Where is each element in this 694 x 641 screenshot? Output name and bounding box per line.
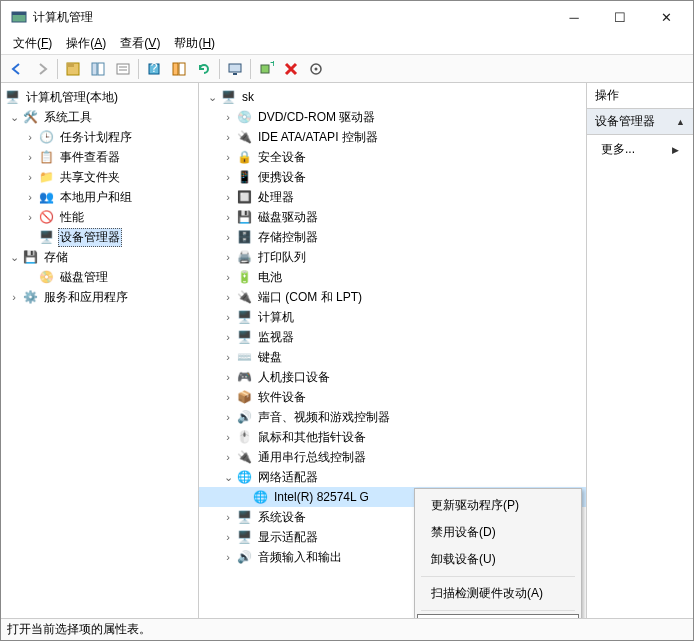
- tree-root[interactable]: 计算机管理(本地): [24, 88, 120, 107]
- ctx-properties[interactable]: 属性: [417, 614, 579, 618]
- monitor-icon[interactable]: [223, 57, 247, 81]
- expand-icon[interactable]: ›: [221, 391, 235, 403]
- expand-icon[interactable]: ›: [221, 211, 235, 223]
- collapse-icon[interactable]: ⌄: [221, 471, 235, 484]
- expand-icon[interactable]: ›: [221, 431, 235, 443]
- tree-users[interactable]: 本地用户和组: [58, 188, 134, 207]
- expand-icon[interactable]: ›: [7, 291, 21, 303]
- context-menu: 更新驱动程序(P) 禁用设备(D) 卸载设备(U) 扫描检测硬件改动(A) 属性: [414, 488, 582, 618]
- expand-icon[interactable]: ›: [221, 151, 235, 163]
- menu-action[interactable]: 操作(A): [60, 33, 112, 54]
- dev-dvd[interactable]: DVD/CD-ROM 驱动器: [256, 108, 377, 127]
- tree-perf[interactable]: 性能: [58, 208, 86, 227]
- expand-icon[interactable]: ›: [23, 151, 37, 163]
- expand-icon[interactable]: ›: [221, 231, 235, 243]
- dev-monitor[interactable]: 监视器: [256, 328, 296, 347]
- expand-icon[interactable]: ›: [221, 111, 235, 123]
- expand-icon[interactable]: ›: [221, 531, 235, 543]
- menu-view[interactable]: 查看(V): [114, 33, 166, 54]
- help-button[interactable]: ?: [142, 57, 166, 81]
- expand-icon[interactable]: ›: [221, 371, 235, 383]
- tree-services[interactable]: 服务和应用程序: [42, 288, 130, 307]
- expand-icon[interactable]: ›: [221, 311, 235, 323]
- tree-event[interactable]: 事件查看器: [58, 148, 122, 167]
- expand-icon[interactable]: ›: [221, 511, 235, 523]
- up-button[interactable]: [61, 57, 85, 81]
- close-button[interactable]: ✕: [643, 2, 689, 32]
- expand-icon[interactable]: ›: [221, 291, 235, 303]
- dev-nic[interactable]: Intel(R) 82574L G: [272, 489, 371, 505]
- dev-computer[interactable]: 计算机: [256, 308, 296, 327]
- back-button[interactable]: [5, 57, 29, 81]
- expand-icon[interactable]: ›: [221, 551, 235, 563]
- expand-icon[interactable]: ›: [23, 191, 37, 203]
- actions-subheader[interactable]: 设备管理器▲: [587, 109, 693, 135]
- dev-audioio[interactable]: 音频输入和输出: [256, 548, 344, 567]
- dev-hid[interactable]: 人机接口设备: [256, 368, 332, 387]
- expand-icon[interactable]: ›: [221, 271, 235, 283]
- minimize-button[interactable]: ─: [551, 2, 597, 32]
- ctx-uninstall-device[interactable]: 卸载设备(U): [417, 546, 579, 573]
- forward-button[interactable]: [30, 57, 54, 81]
- maximize-button[interactable]: ☐: [597, 2, 643, 32]
- expand-icon[interactable]: ›: [221, 331, 235, 343]
- expand-icon[interactable]: ›: [221, 191, 235, 203]
- tree-devmgr[interactable]: 设备管理器: [58, 228, 122, 247]
- dev-security[interactable]: 安全设备: [256, 148, 308, 167]
- dev-mouse[interactable]: 鼠标和其他指针设备: [256, 428, 368, 447]
- scan-button[interactable]: [304, 57, 328, 81]
- tree-shared[interactable]: 共享文件夹: [58, 168, 122, 187]
- refresh-button[interactable]: [192, 57, 216, 81]
- properties-button[interactable]: [111, 57, 135, 81]
- expand-icon[interactable]: ›: [221, 451, 235, 463]
- menu-file[interactable]: 文件(F): [7, 33, 58, 54]
- expand-icon[interactable]: ⌄: [7, 111, 21, 124]
- collapse-icon[interactable]: ▲: [676, 117, 685, 127]
- add-hardware-button[interactable]: +: [254, 57, 278, 81]
- printer-icon: 🖨️: [236, 249, 252, 265]
- dev-keyboard[interactable]: 键盘: [256, 348, 284, 367]
- ctx-disable-device[interactable]: 禁用设备(D): [417, 519, 579, 546]
- dev-network[interactable]: 网络适配器: [256, 468, 320, 487]
- actions-more[interactable]: 更多...▶: [587, 135, 693, 164]
- left-tree[interactable]: 🖥️计算机管理(本地) ⌄🛠️系统工具 ›🕒任务计划程序 ›📋事件查看器 ›📁共…: [1, 83, 199, 618]
- expand-icon[interactable]: ›: [221, 251, 235, 263]
- toolbar: ? +: [1, 55, 693, 83]
- dev-root[interactable]: sk: [240, 89, 256, 105]
- dev-portable[interactable]: 便携设备: [256, 168, 308, 187]
- ctx-update-driver[interactable]: 更新驱动程序(P): [417, 492, 579, 519]
- dev-storagectl[interactable]: 存储控制器: [256, 228, 320, 247]
- device-tree[interactable]: ⌄🖥️sk ›💿DVD/CD-ROM 驱动器 ›🔌IDE ATA/ATAPI 控…: [199, 83, 587, 618]
- remove-button[interactable]: [279, 57, 303, 81]
- expand-icon[interactable]: ›: [221, 171, 235, 183]
- window-title: 计算机管理: [33, 9, 551, 26]
- action-tree-button[interactable]: [167, 57, 191, 81]
- dev-usb[interactable]: 通用串行总线控制器: [256, 448, 368, 467]
- tree-diskmgmt[interactable]: 磁盘管理: [58, 268, 110, 287]
- dev-softdev[interactable]: 软件设备: [256, 388, 308, 407]
- expand-icon[interactable]: ›: [23, 211, 37, 223]
- dev-diskdrive[interactable]: 磁盘驱动器: [256, 208, 320, 227]
- dev-ide[interactable]: IDE ATA/ATAPI 控制器: [256, 128, 380, 147]
- menu-help[interactable]: 帮助(H): [168, 33, 221, 54]
- audioio-icon: 🔊: [236, 549, 252, 565]
- expand-icon[interactable]: ›: [221, 131, 235, 143]
- show-hide-tree-button[interactable]: [86, 57, 110, 81]
- expand-icon[interactable]: ›: [23, 171, 37, 183]
- dev-sysdev[interactable]: 系统设备: [256, 508, 308, 527]
- dev-printq[interactable]: 打印队列: [256, 248, 308, 267]
- dev-audiovideo[interactable]: 声音、视频和游戏控制器: [256, 408, 392, 427]
- expand-icon[interactable]: ›: [221, 411, 235, 423]
- ctx-scan-hardware[interactable]: 扫描检测硬件改动(A): [417, 580, 579, 607]
- expand-icon[interactable]: ⌄: [7, 251, 21, 264]
- dev-battery[interactable]: 电池: [256, 268, 284, 287]
- dev-cpu[interactable]: 处理器: [256, 188, 296, 207]
- dev-display[interactable]: 显示适配器: [256, 528, 320, 547]
- dev-ports[interactable]: 端口 (COM 和 LPT): [256, 288, 364, 307]
- expand-icon[interactable]: ›: [221, 351, 235, 363]
- collapse-icon[interactable]: ⌄: [205, 91, 219, 104]
- expand-icon[interactable]: ›: [23, 131, 37, 143]
- tree-storage[interactable]: 存储: [42, 248, 70, 267]
- tree-systools[interactable]: 系统工具: [42, 108, 94, 127]
- tree-task[interactable]: 任务计划程序: [58, 128, 134, 147]
